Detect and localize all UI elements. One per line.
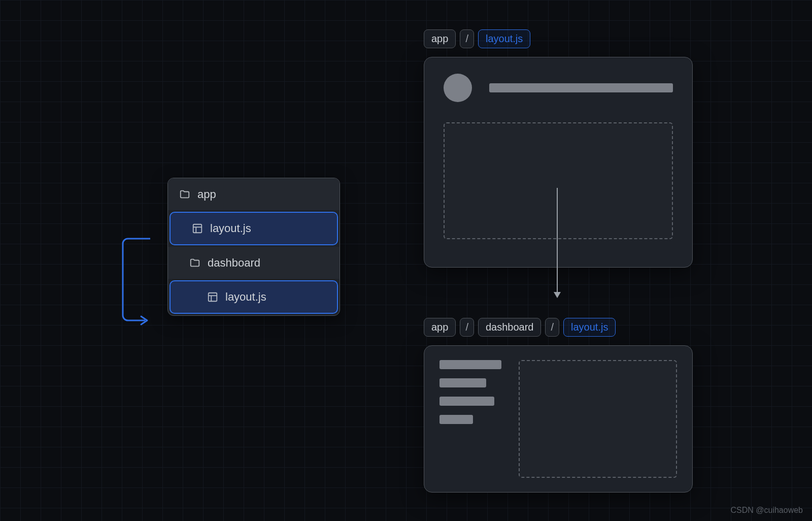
crumb-sep: / — [545, 318, 559, 337]
breadcrumb-top: app / layout.js — [424, 29, 530, 48]
folder-icon — [189, 257, 200, 269]
tree-item-label: layout.js — [210, 222, 251, 235]
skeleton-sidebar — [439, 360, 501, 478]
crumb-dashboard: dashboard — [478, 318, 542, 337]
layout-children-slot — [444, 122, 673, 239]
skeleton-bar — [439, 378, 486, 387]
connector-arrow — [121, 238, 150, 321]
crumb-app: app — [424, 318, 456, 337]
skeleton-avatar — [444, 74, 472, 102]
tree-item-label: layout.js — [225, 290, 266, 304]
diagram-canvas: app layout.js dashboard layout.js app / … — [0, 0, 812, 521]
layout-preview-root — [424, 57, 693, 268]
flow-arrow-down — [557, 188, 558, 297]
tree-item-layout-dashboard: layout.js — [170, 280, 338, 314]
svg-rect-3 — [209, 293, 217, 302]
layout-icon — [192, 223, 203, 234]
skeleton-bar — [439, 415, 473, 424]
svg-rect-0 — [193, 224, 202, 233]
skeleton-bar — [439, 397, 494, 406]
layout-icon — [207, 291, 218, 303]
crumb-layout-js: layout.js — [478, 29, 530, 48]
tree-item-layout-root: layout.js — [170, 212, 338, 245]
skeleton-bar — [489, 83, 673, 92]
tree-item-dashboard: dashboard — [168, 247, 340, 279]
breadcrumb-bottom: app / dashboard / layout.js — [424, 318, 616, 337]
watermark: CSDN @cuihaoweb — [730, 506, 803, 515]
crumb-sep: / — [460, 318, 474, 337]
crumb-layout-js: layout.js — [563, 318, 616, 337]
crumb-app: app — [424, 29, 456, 48]
folder-icon — [179, 189, 190, 200]
file-tree-panel: app layout.js dashboard layout.js — [167, 178, 340, 316]
skeleton-bar — [439, 360, 501, 369]
layout-preview-dashboard — [424, 345, 693, 493]
layout-children-slot — [519, 360, 677, 478]
tree-item-app: app — [168, 178, 340, 210]
tree-item-label: app — [197, 188, 216, 201]
tree-item-label: dashboard — [208, 256, 260, 270]
crumb-sep: / — [460, 29, 474, 48]
